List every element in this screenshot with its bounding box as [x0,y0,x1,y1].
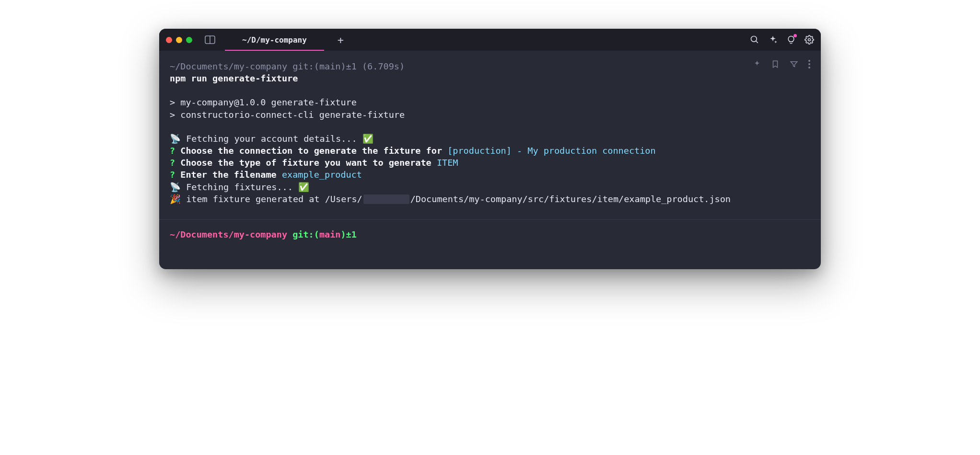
maximize-window-button[interactable] [186,37,192,43]
bookmark-icon[interactable] [771,59,780,69]
window-controls [166,37,192,43]
output-line: 📡 Fetching fixtures... ✅ [170,181,810,193]
tab-bar: ~/D/my-company [225,29,324,51]
sparkle-icon[interactable] [768,35,778,45]
prompt-question: ? Choose the connection to generate the … [170,145,810,157]
settings-gear-icon[interactable] [805,35,814,45]
more-menu-icon[interactable] [808,60,810,68]
prompt-time: (6.709s) [362,61,405,71]
prompt-question: ? Choose the type of fixture you want to… [170,157,810,169]
output-line: 📡 Fetching your account details... ✅ [170,133,810,145]
terminal-body[interactable]: ~/Documents/my-company git:(main)±1 (6.7… [159,51,821,269]
block-toolbar [753,59,810,69]
minimize-window-button[interactable] [176,37,182,43]
svg-point-4 [808,39,811,41]
output-line: > my-company@1.0.0 generate-fixture [170,96,810,108]
output-line: 🎉 item fixture generated at /Users//Docu… [170,193,810,205]
command-line: npm run generate-fixture [170,72,810,84]
block-separator [159,219,821,220]
prompt-line-active: ~/Documents/my-company git:(main)±1 [170,228,810,240]
notification-dot [793,34,797,37]
prompt-path: ~/Documents/my-company [170,61,287,71]
close-window-button[interactable] [166,37,172,43]
titlebar: ~/D/my-company + [159,29,821,51]
redacted-username [363,194,409,204]
new-tab-button[interactable]: + [329,29,352,51]
terminal-window: ~/D/my-company + [159,29,821,269]
tab-title: ~/D/my-company [242,35,307,45]
svg-point-2 [751,36,757,42]
tab-current[interactable]: ~/D/my-company [225,29,324,51]
bulb-icon[interactable] [786,35,796,45]
split-panes-icon[interactable] [205,35,215,44]
prompt-question: ? Enter the filename example_product [170,169,810,181]
svg-line-3 [756,41,758,43]
search-icon[interactable] [750,35,759,45]
output-line: > constructorio-connect-cli generate-fix… [170,109,810,121]
filter-icon[interactable] [789,60,799,68]
titlebar-actions [750,35,814,45]
ai-sparkle-icon[interactable] [753,60,761,68]
prompt-git: git:(main)±1 [292,61,357,71]
prompt-line: ~/Documents/my-company git:(main)±1 (6.7… [170,60,810,72]
